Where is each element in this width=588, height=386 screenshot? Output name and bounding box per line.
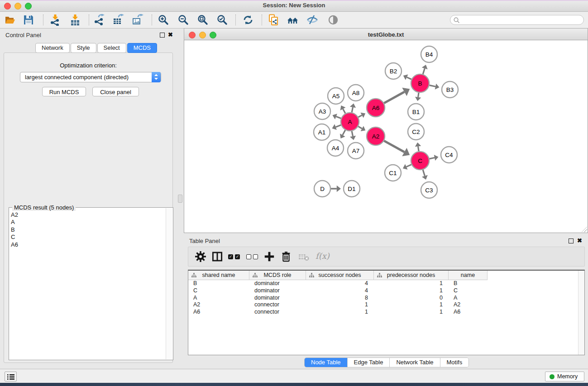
result-item[interactable]: A [11, 219, 165, 226]
table-cell[interactable]: C [449, 287, 488, 295]
table-cell[interactable]: connector [249, 301, 306, 309]
result-item[interactable]: A6 [11, 241, 165, 248]
graph-edge-A-A1[interactable] [336, 125, 341, 127]
tab-mcds[interactable]: MCDS [127, 43, 157, 53]
open-session-icon[interactable] [4, 14, 16, 26]
table-scrollbar[interactable] [578, 271, 584, 355]
select-all-icon[interactable]: ✓✓ [228, 251, 240, 263]
table-row[interactable]: A6connector11A6 [188, 309, 584, 316]
graph-edge-B-B2[interactable] [407, 77, 411, 80]
result-item[interactable]: A2 [11, 211, 165, 219]
tab-select[interactable]: Select [97, 43, 126, 53]
zoom-selected-icon[interactable] [216, 14, 228, 26]
column-settings-icon[interactable] [212, 251, 224, 263]
tab-network-table[interactable]: Network Table [390, 358, 440, 367]
tab-edge-table[interactable]: Edge Table [348, 358, 390, 367]
float-table-panel-icon[interactable] [569, 238, 574, 243]
table-cell[interactable]: dominator [249, 295, 306, 302]
graph-edge-B-B4[interactable] [423, 68, 425, 74]
table-cell[interactable]: connector [249, 309, 306, 316]
column-header-MCDS-role[interactable]: MCDS role [249, 271, 306, 280]
table-cell[interactable]: A2 [449, 301, 488, 309]
show-graphics-details-icon[interactable] [306, 14, 318, 26]
table-row[interactable]: Bdominator41B [188, 280, 584, 287]
table-row[interactable]: Cdominator41C [188, 287, 584, 295]
resize-grip-icon[interactable] [582, 227, 587, 232]
table-cell[interactable]: 4 [306, 280, 374, 287]
table-cell[interactable]: A2 [188, 301, 249, 309]
table-cell[interactable]: A6 [449, 309, 488, 316]
graph-edge-C-C4[interactable] [430, 157, 435, 158]
table-cell[interactable]: B [449, 280, 488, 287]
table-cell[interactable]: 1 [374, 280, 449, 287]
import-table-icon[interactable] [69, 14, 81, 26]
zoom-out-icon[interactable] [177, 14, 189, 26]
task-history-button[interactable] [5, 372, 17, 381]
table-cell[interactable]: 1 [374, 301, 449, 309]
run-mcds-button[interactable]: Run MCDS [42, 87, 86, 96]
table-cell[interactable]: 1 [306, 309, 374, 316]
tab-motifs[interactable]: Motifs [440, 358, 469, 367]
gear-icon[interactable] [195, 251, 207, 263]
graph-edge-A2-C[interactable] [384, 141, 404, 152]
table-cell[interactable]: 1 [374, 309, 449, 316]
birdseye-view-icon[interactable] [327, 14, 339, 26]
graph-edge-A-A8[interactable] [352, 107, 353, 112]
export-table-icon[interactable] [112, 14, 124, 26]
network-canvas[interactable]: B4B2BB3A8A5A6A3B1AA1C2A2A4A7C4CC1C3DD1 [184, 40, 588, 233]
table-cell[interactable]: A6 [188, 309, 249, 316]
graph-edge-A-A6[interactable] [358, 115, 362, 117]
result-item[interactable]: B [11, 226, 165, 234]
deselect-all-icon[interactable] [246, 251, 258, 263]
table-cell[interactable]: B [188, 280, 249, 287]
search-input[interactable] [450, 15, 584, 25]
table-cell[interactable]: dominator [249, 287, 306, 295]
column-header-predecessor-nodes[interactable]: predecessor nodes [374, 271, 449, 280]
panel-splitter-handle[interactable] [178, 195, 182, 203]
zoom-fit-icon[interactable] [197, 14, 209, 26]
table-cell[interactable]: C [188, 287, 249, 295]
save-session-icon[interactable] [23, 14, 34, 26]
graph-edge-A-A2[interactable] [358, 126, 362, 129]
close-panel-button[interactable]: Close panel [92, 87, 139, 96]
zoom-in-icon[interactable] [158, 14, 169, 26]
network-graph[interactable]: B4B2BB3A8A5A6A3B1AA1C2A2A4A7C4CC1C3DD1 [184, 40, 588, 232]
table-cell[interactable]: 8 [306, 295, 374, 302]
tab-node-table[interactable]: Node Table [305, 358, 348, 367]
result-item[interactable]: C [11, 234, 165, 241]
table-cell[interactable]: 1 [306, 301, 374, 309]
column-header-shared-name[interactable]: shared name [188, 271, 249, 280]
refresh-icon[interactable] [242, 14, 254, 26]
graph-edge-A-A3[interactable] [336, 117, 341, 119]
table-cell[interactable]: dominator [249, 280, 306, 287]
result-scrollbar[interactable] [166, 208, 172, 359]
graph-edge-B-B1[interactable] [418, 93, 419, 97]
close-panel-icon[interactable]: ✖ [168, 31, 173, 38]
graph-edge-A-A7[interactable] [352, 131, 353, 136]
import-network-icon[interactable] [49, 14, 61, 26]
export-network-icon[interactable] [93, 14, 105, 26]
graph-edge-A-A5[interactable] [343, 109, 345, 114]
column-header-name[interactable]: name [449, 271, 488, 280]
graph-edge-C-C2[interactable] [418, 146, 419, 151]
delete-column-icon[interactable] [281, 251, 292, 263]
table-cell[interactable]: 4 [306, 287, 374, 295]
tab-style[interactable]: Style [71, 43, 96, 53]
float-panel-icon[interactable] [160, 33, 165, 38]
add-column-icon[interactable] [264, 251, 276, 263]
tab-network[interactable]: Network [35, 43, 70, 53]
table-cell[interactable]: A [449, 295, 488, 302]
export-image-icon[interactable] [132, 14, 143, 26]
table-cell[interactable]: 0 [374, 295, 449, 302]
table-cell[interactable]: A [188, 295, 249, 302]
graph-edge-B-B3[interactable] [430, 85, 436, 86]
graph-edge-A-A4[interactable] [343, 130, 345, 135]
optimization-select[interactable]: largest connected component (directed) [20, 72, 161, 82]
graph-edge-A6-B[interactable] [384, 92, 404, 103]
column-header-successor-nodes[interactable]: successor nodes [306, 271, 374, 280]
graph-edge-C-C3[interactable] [423, 170, 425, 176]
table-row[interactable]: A2connector11A2 [188, 301, 584, 309]
first-neighbors-icon[interactable] [287, 14, 299, 26]
graph-edge-C-C1[interactable] [406, 165, 411, 167]
close-table-panel-icon[interactable]: ✖ [577, 237, 582, 244]
